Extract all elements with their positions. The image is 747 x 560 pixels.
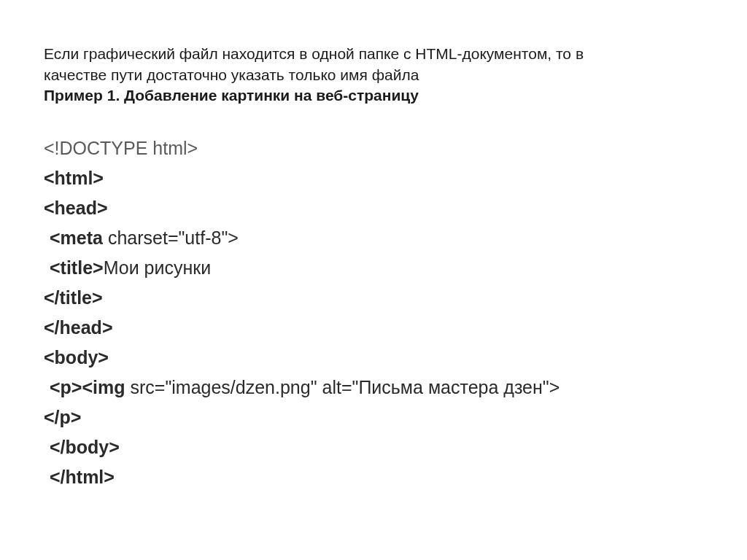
code-meta-attrs: charset="utf-8"> [103,228,239,248]
code-title-text: Мои рисунки [104,257,212,278]
code-img-tag: <img [82,377,125,397]
code-p-close: </p> [44,402,703,432]
intro-text-line1: Если графический файл находится в одной … [44,44,703,63]
intro-text-line2: качестве пути достаточно указать только … [44,65,703,85]
example-title: Пример 1. Добавление картинки на веб-стр… [44,87,703,104]
code-title-line: <title>Мои рисунки [50,253,703,282]
code-title-open: <title> [50,257,104,278]
code-meta: <meta charset="utf-8"> [50,223,703,252]
code-body-close: </body> [50,432,703,462]
code-html-close: </html> [50,462,703,491]
code-img-attrs: src="images/dzen.png" alt="Письма мастер… [125,377,560,397]
code-head-close: </head> [44,313,703,342]
code-title-close: </title> [44,283,703,312]
code-body-open: <body> [44,343,703,372]
code-html-open: <html> [44,163,703,192]
code-p-open: <p> [50,377,82,397]
code-block: <!DOCTYPE html> <html> <head> <meta char… [44,133,703,491]
code-head-open: <head> [44,193,703,222]
code-doctype: <!DOCTYPE html> [44,133,703,163]
code-meta-tag: <meta [50,228,103,248]
code-img-line: <p><img src="images/dzen.png" alt="Письм… [50,373,703,402]
